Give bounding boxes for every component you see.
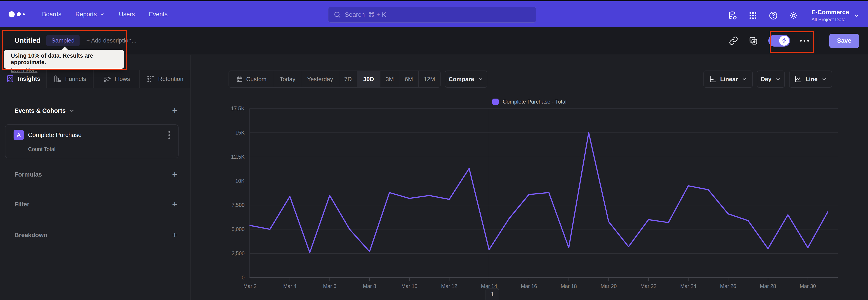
- svg-text:5,000: 5,000: [231, 226, 245, 232]
- svg-text:7,500: 7,500: [231, 202, 245, 208]
- svg-text:17.5K: 17.5K: [231, 106, 245, 112]
- svg-text:2,500: 2,500: [231, 250, 245, 257]
- svg-text:Mar 6: Mar 6: [323, 283, 336, 289]
- svg-text:Mar 12: Mar 12: [441, 283, 458, 289]
- learn-more-link[interactable]: Learn More: [11, 67, 37, 73]
- line-chart[interactable]: 02,5005,0007,50010K12.5K15K17.5KMar 2Mar…: [0, 0, 868, 300]
- svg-text:12.5K: 12.5K: [231, 154, 245, 160]
- svg-text:Mar 18: Mar 18: [561, 283, 577, 289]
- app-root: Boards Reports Users Events: [0, 0, 868, 300]
- svg-text:Mar 16: Mar 16: [521, 283, 537, 289]
- svg-text:Mar 26: Mar 26: [720, 283, 737, 289]
- svg-text:Mar 8: Mar 8: [363, 283, 376, 289]
- svg-text:Mar 30: Mar 30: [800, 283, 816, 289]
- svg-text:0: 0: [242, 275, 245, 280]
- svg-text:Mar 10: Mar 10: [401, 283, 417, 289]
- svg-text:Mar 20: Mar 20: [600, 283, 617, 289]
- svg-text:Mar 24: Mar 24: [680, 283, 696, 289]
- svg-text:15K: 15K: [235, 130, 245, 136]
- svg-text:Mar 2: Mar 2: [243, 283, 257, 289]
- sampling-tooltip: Using 10% of data. Results are approxima…: [4, 50, 124, 69]
- page-button[interactable]: 1: [486, 288, 499, 300]
- svg-text:10K: 10K: [235, 178, 245, 184]
- tooltip-text: Using 10% of data. Results are approxima…: [11, 53, 117, 65]
- svg-text:Mar 4: Mar 4: [283, 283, 297, 289]
- svg-text:Mar 28: Mar 28: [760, 283, 776, 289]
- svg-text:Mar 22: Mar 22: [640, 283, 657, 289]
